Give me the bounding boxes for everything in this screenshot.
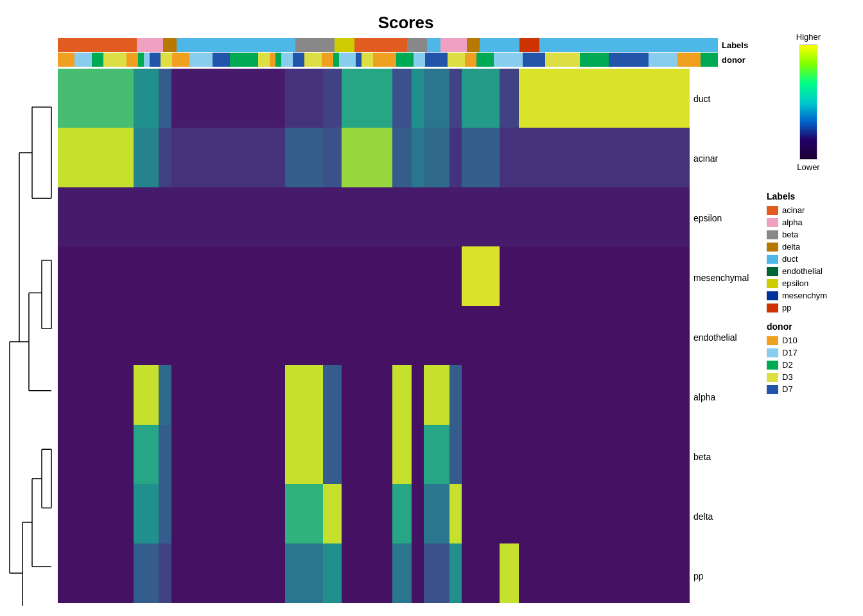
legend-color — [767, 267, 778, 276]
legend-item: epsilon — [767, 278, 850, 288]
annotation-rows: Labels donor — [58, 38, 754, 67]
legend-item: D2 — [767, 360, 850, 370]
legend-item: D3 — [767, 372, 850, 382]
legend-item: D10 — [767, 336, 850, 345]
row-label: epsilon — [693, 213, 754, 223]
legend-item: pp — [767, 303, 850, 312]
heatmap-main — [58, 69, 690, 606]
donor-annotation-label: donor — [722, 55, 754, 65]
row-label: acinar — [693, 153, 754, 164]
legend-color — [767, 291, 778, 300]
labels-legend-items: acinaralphabetadeltaductendothelialepsil… — [767, 205, 850, 315]
legend-item: acinar — [767, 205, 850, 215]
legend-item-label: epsilon — [782, 278, 808, 288]
legend-color — [767, 373, 778, 382]
legend-color — [767, 348, 778, 357]
legend-color — [767, 304, 778, 312]
legend-color — [767, 230, 778, 239]
legend-item-label: D17 — [782, 348, 798, 357]
colorscale-high-label: Higher — [796, 32, 821, 42]
legend-item-label: beta — [782, 230, 798, 239]
row-label: beta — [693, 452, 754, 462]
dendrogram-left — [6, 71, 58, 606]
donor-annotation-bar — [58, 53, 718, 67]
legend-item: alpha — [767, 218, 850, 227]
legend-item: duct — [767, 254, 850, 264]
legend-item: D17 — [767, 348, 850, 357]
row-labels: ductacinarepsilonmesenchymalendotheliala… — [690, 69, 754, 606]
row-label: pp — [693, 571, 754, 581]
labels-annotation-bar — [58, 38, 718, 52]
color-scale: Higher Lower — [767, 32, 850, 172]
legend-color — [767, 385, 778, 394]
labels-legend-title: Labels — [767, 191, 850, 201]
colorscale-bar — [799, 44, 817, 160]
legend-color — [767, 279, 778, 288]
legend-item-label: duct — [782, 254, 798, 264]
labels-annotation-label: Labels — [722, 40, 754, 50]
legend-item: D7 — [767, 384, 850, 394]
legend-item-label: pp — [782, 303, 791, 312]
legend-color — [767, 206, 778, 215]
legend-item-label: delta — [782, 242, 800, 252]
row-label: endothelial — [693, 332, 754, 343]
legend-color — [767, 255, 778, 264]
legend-item-label: D3 — [782, 372, 793, 382]
legend-area: Higher Lower Labels acinaralphabetadelta… — [754, 13, 857, 603]
legend-color — [767, 243, 778, 252]
legend-item-label: mesenchym — [782, 291, 827, 300]
legend-item: beta — [767, 230, 850, 239]
legend-color — [767, 218, 778, 227]
row-label: mesenchymal — [693, 273, 754, 283]
legend-item-label: D7 — [782, 384, 793, 394]
colorscale-low-label: Lower — [797, 162, 819, 172]
chart-title: Scores — [58, 13, 754, 33]
row-label: delta — [693, 511, 754, 522]
row-label: duct — [693, 94, 754, 104]
legend-item-label: acinar — [782, 205, 805, 215]
legend-color — [767, 336, 778, 345]
legend-item-label: alpha — [782, 218, 803, 227]
legend-item: mesenchym — [767, 291, 850, 300]
legend-item-label: D2 — [782, 360, 793, 370]
donor-legend-title: donor — [767, 321, 850, 332]
donor-legend-items: D10D17D2D3D7 — [767, 336, 850, 397]
legend-item: endothelial — [767, 266, 850, 276]
legend-item-label: D10 — [782, 336, 798, 345]
legend-color — [767, 361, 778, 370]
row-label: alpha — [693, 392, 754, 402]
legend-item-label: endothelial — [782, 266, 823, 276]
legend-item: delta — [767, 242, 850, 252]
